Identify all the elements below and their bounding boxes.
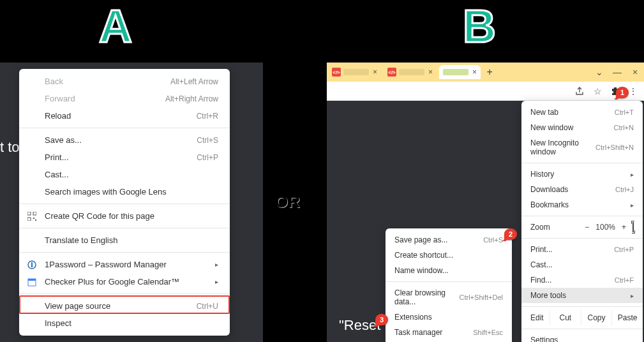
tab-close-icon[interactable]: × [472, 68, 477, 77]
onepassword-icon [27, 260, 37, 270]
fullscreen-icon[interactable] [633, 223, 634, 232]
tab-1[interactable]: </>× [328, 65, 381, 79]
menu-separator [19, 228, 230, 228]
menu-label: Task manager [394, 328, 442, 337]
tab-close-icon[interactable]: × [428, 68, 433, 77]
menu-item-save-page-as[interactable]: Save page as...Ctrl+S [386, 232, 512, 248]
zoom-value: 100% [595, 223, 615, 232]
menu-label: History [530, 170, 554, 179]
chevron-right-icon: ▸ [631, 292, 634, 299]
tab-2[interactable]: </>× [384, 65, 437, 79]
star-icon[interactable]: ☆ [592, 86, 603, 97]
menu-label: Create QR Code for this page [45, 211, 154, 221]
menu-item-reload[interactable]: ReloadCtrl+R [19, 107, 230, 124]
menu-label: Print... [45, 152, 69, 162]
qr-icon [27, 211, 37, 221]
chevron-right-icon: ▸ [215, 261, 218, 268]
menu-label: Inspect [45, 318, 71, 328]
menu-item-find[interactable]: Find...Ctrl+F [521, 272, 643, 288]
menu-label: Zoom [530, 223, 550, 232]
tab-3-active[interactable]: × [439, 65, 481, 79]
menu-item-search-lens[interactable]: Search images with Google Lens [19, 183, 230, 200]
menu-item-name-window[interactable]: Name window... [386, 263, 512, 278]
toolbar: ☆ ⋮ [327, 82, 644, 101]
zoom-out-button[interactable]: − [585, 223, 589, 232]
menu-separator [19, 204, 230, 204]
menu-item-downloads[interactable]: DownloadsCtrl+J [521, 182, 643, 197]
menu-label: Bookmarks [530, 200, 569, 209]
kebab-menu-icon[interactable]: ⋮ [627, 86, 639, 97]
menu-shortcut: Ctrl+P [197, 153, 218, 162]
menu-item-translate[interactable]: Translate to English [19, 232, 230, 249]
favicon-icon: </> [332, 68, 341, 77]
menu-label: New Incognito window [530, 138, 595, 156]
menu-item-clear-browsing-data[interactable]: Clear browsing data...Ctrl+Shift+Del [386, 285, 512, 309]
menu-item-1password[interactable]: 1Password – Password Manager▸ [19, 256, 230, 273]
share-icon[interactable] [574, 86, 585, 97]
menu-label: Save page as... [394, 235, 447, 244]
menu-separator [386, 281, 512, 282]
menu-shortcut: Ctrl+J [615, 186, 634, 193]
menu-label: Cast... [45, 170, 69, 179]
menu-shortcut: Ctrl+T [615, 108, 634, 116]
menu-item-save-as[interactable]: Save as...Ctrl+S [19, 131, 230, 149]
menu-label: New tab [530, 108, 558, 117]
menu-shortcut: Ctrl+R [197, 112, 218, 121]
tab-title-redacted [443, 69, 468, 75]
window-minimize-button[interactable]: — [608, 67, 626, 77]
more-tools-submenu: Save page as...Ctrl+S Create shortcut...… [386, 228, 512, 342]
new-tab-button[interactable]: + [482, 66, 497, 78]
menu-item-new-tab[interactable]: New tabCtrl+T [521, 105, 643, 120]
menu-item-print[interactable]: Print...Ctrl+P [521, 242, 643, 257]
menu-label: New window [530, 123, 573, 132]
menu-item-back[interactable]: BackAlt+Left Arrow [19, 73, 230, 90]
option-b-label: B [463, 0, 496, 52]
menu-item-new-window[interactable]: New windowCtrl+N [521, 120, 643, 135]
menu-separator [19, 128, 230, 128]
menu-label: Settings [530, 336, 558, 342]
menu-item-print[interactable]: Print...Ctrl+P [19, 149, 230, 166]
zoom-in-button[interactable]: + [622, 223, 626, 232]
menu-shortcut: Ctrl+S [197, 136, 218, 145]
menu-item-qr-code[interactable]: Create QR Code for this page [19, 207, 230, 225]
menu-item-task-manager[interactable]: Task managerShift+Esc [386, 325, 512, 340]
menu-item-bookmarks[interactable]: Bookmarks▸ [521, 197, 643, 212]
menu-label: Save as... [45, 135, 82, 145]
edit-copy-button[interactable]: Copy [581, 310, 613, 325]
chevron-right-icon: ▸ [631, 171, 634, 178]
menu-item-incognito[interactable]: New Incognito windowCtrl+Shift+N [521, 135, 643, 160]
menu-item-edit-row: Edit Cut Copy Paste [521, 310, 643, 325]
callout-badge-2: 2 [504, 228, 517, 240]
tab-close-icon[interactable]: × [373, 68, 377, 77]
menu-item-create-shortcut[interactable]: Create shortcut... [386, 248, 512, 263]
menu-item-forward[interactable]: ForwardAlt+Right Arrow [19, 90, 230, 107]
menu-label: Search images with Google Lens [45, 187, 167, 197]
svg-rect-6 [31, 262, 33, 267]
menu-item-checker-plus[interactable]: Checker Plus for Google Calendar™▸ [19, 273, 230, 290]
menu-label: Clear browsing data... [394, 288, 460, 306]
menu-item-zoom: Zoom − 100% + [521, 219, 643, 235]
menu-shortcut: Ctrl+Shift+N [595, 144, 634, 151]
menu-separator [521, 329, 643, 329]
menu-shortcut: Alt+Right Arrow [165, 94, 218, 103]
edit-paste-button[interactable]: Paste [612, 310, 643, 325]
edit-cut-button[interactable]: Cut [550, 310, 581, 325]
svg-rect-8 [28, 279, 36, 281]
menu-label: Downloads [530, 185, 568, 194]
window-dropdown-button[interactable]: ⌄ [590, 67, 608, 77]
menu-item-cast[interactable]: Cast... [521, 257, 643, 272]
menu-item-more-tools[interactable]: More tools▸ [521, 288, 643, 303]
menu-label: Checker Plus for Google Calendar™ [45, 277, 179, 286]
menu-item-extensions[interactable]: Extensions [386, 309, 512, 325]
menu-shortcut: Alt+Left Arrow [170, 77, 218, 86]
menu-label: Create shortcut... [394, 251, 453, 260]
menu-item-history[interactable]: History▸ [521, 167, 643, 182]
window-close-button[interactable]: × [626, 67, 644, 77]
callout-badge-3: 3 [375, 314, 388, 325]
chevron-right-icon: ▸ [631, 202, 634, 209]
menu-item-inspect[interactable]: Inspect [19, 315, 230, 332]
menu-item-settings[interactable]: Settings [521, 332, 643, 342]
menu-shortcut: Ctrl+S [483, 236, 503, 244]
menu-item-cast[interactable]: Cast... [19, 166, 230, 183]
option-a-label: A [99, 0, 132, 52]
